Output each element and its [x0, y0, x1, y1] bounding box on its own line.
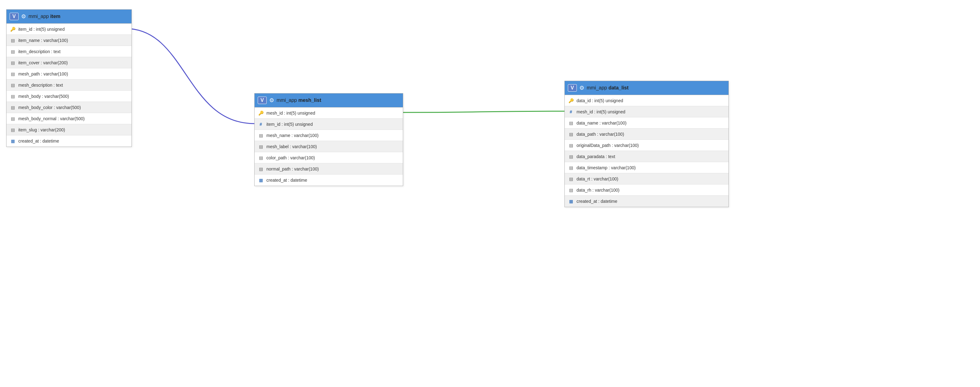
table-row: ▤ item_description : text [6, 46, 132, 57]
table-mesh-list-header: V ⚙ mmi_app mesh_list [255, 93, 403, 107]
table-row: ▤ mesh_body_normal : varchar(500) [6, 113, 132, 124]
field-icon: ▤ [568, 143, 574, 148]
gear-icon-mesh-list: ⚙ [269, 97, 274, 104]
table-data-list-rows: 🔑 data_id : int(5) unsigned # mesh_id : … [565, 95, 729, 207]
v-badge-mesh-list: V [258, 97, 267, 104]
table-mesh-list-title: mmi_app mesh_list [277, 98, 321, 103]
row-text: item_description : text [18, 49, 60, 54]
row-text: mesh_label : varchar(100) [266, 144, 317, 149]
row-text: mesh_id : int(5) unsigned [576, 109, 625, 114]
table-row: 🔑 item_id : int(5) unsigned [6, 24, 132, 35]
field-icon: ▤ [10, 127, 16, 132]
table-row: ▦ created_at : datetime [6, 136, 132, 147]
connection-item-to-mesh [126, 29, 254, 124]
hash-icon: # [568, 109, 574, 114]
row-text: item_slug : varchar(200) [18, 127, 65, 132]
table-row: ▤ normal_path : varchar(100) [255, 163, 403, 174]
row-text: originalData_path : varchar(100) [576, 143, 639, 148]
table-row: ▤ data_paradata : text [565, 151, 729, 162]
table-row: ▤ item_name : varchar(100) [6, 35, 132, 46]
field-icon: ▤ [568, 176, 574, 181]
field-icon: ▤ [568, 120, 574, 125]
field-icon: ▤ [10, 60, 16, 65]
table-item-title: mmi_app item [29, 14, 60, 19]
row-text: mesh_body_color : varchar(500) [18, 105, 81, 110]
field-icon: ▤ [258, 155, 264, 160]
field-icon: ▤ [10, 72, 16, 77]
row-text: item_name : varchar(100) [18, 38, 68, 43]
table-item: V ⚙ mmi_app item 🔑 item_id : int(5) unsi… [6, 9, 132, 147]
field-icon: ▤ [568, 154, 574, 159]
field-icon: ▤ [568, 132, 574, 137]
table-row: ▤ data_path : varchar(100) [565, 129, 729, 140]
row-text: data_id : int(5) unsigned [576, 98, 623, 103]
connections-svg [0, 0, 980, 387]
table-row: ▤ item_cover : varchar(200) [6, 57, 132, 68]
table-row: ▤ mesh_label : varchar(100) [255, 141, 403, 152]
table-row: ▤ originalData_path : varchar(100) [565, 140, 729, 151]
table-row: ▤ item_slug : varchar(200) [6, 124, 132, 136]
row-text: mesh_path : varchar(100) [18, 72, 68, 77]
table-row: ▤ mesh_body_color : varchar(500) [6, 102, 132, 113]
table-row: # item_id : int(5) unsigned [255, 118, 403, 130]
table-row: ▤ data_rh : varchar(100) [565, 184, 729, 196]
gear-icon-data-list: ⚙ [579, 85, 584, 91]
table-item-rows: 🔑 item_id : int(5) unsigned ▤ item_name … [6, 23, 132, 147]
table-row: ▤ mesh_body : varchar(500) [6, 91, 132, 102]
row-text: data_timestamp : varchar(100) [576, 165, 636, 170]
table-data-list: V ⚙ mmi_app data_list 🔑 data_id : int(5)… [565, 81, 729, 207]
row-text: item_id : int(5) unsigned [266, 122, 313, 127]
table-row: ▦ created_at : datetime [255, 174, 403, 186]
key-icon: 🔑 [258, 110, 264, 115]
row-text: created_at : datetime [266, 178, 307, 182]
row-text: item_cover : varchar(200) [18, 60, 68, 65]
field-icon: ▤ [10, 105, 16, 110]
row-text: data_rt : varchar(100) [576, 176, 618, 181]
table-data-list-title: mmi_app data_list [587, 85, 628, 91]
table-row: ▤ data_timestamp : varchar(100) [565, 162, 729, 173]
datetime-icon: ▦ [258, 178, 264, 182]
v-badge-data-list: V [568, 84, 577, 92]
row-text: mesh_name : varchar(100) [266, 133, 318, 138]
key-icon: 🔑 [10, 27, 16, 32]
field-icon: ▤ [10, 94, 16, 99]
v-badge-item: V [10, 13, 19, 20]
table-row: ▤ data_rt : varchar(100) [565, 173, 729, 184]
table-row: ▤ color_path : varchar(100) [255, 152, 403, 163]
row-text: item_id : int(5) unsigned [18, 27, 65, 32]
row-text: mesh_body_normal : varchar(500) [18, 116, 85, 121]
field-icon: ▤ [258, 166, 264, 171]
hash-icon: # [258, 122, 264, 127]
field-icon: ▤ [10, 49, 16, 54]
field-icon: ▤ [258, 133, 264, 138]
row-text: data_paradata : text [576, 154, 615, 159]
datetime-icon: ▦ [10, 139, 16, 144]
table-row: 🔑 data_id : int(5) unsigned [565, 95, 729, 106]
table-row: ▦ created_at : datetime [565, 196, 729, 207]
row-text: color_path : varchar(100) [266, 155, 315, 160]
field-icon: ▤ [10, 38, 16, 43]
field-icon: ▤ [10, 116, 16, 121]
table-mesh-list-rows: 🔑 mesh_id : int(5) unsigned # item_id : … [255, 107, 403, 186]
table-row: ▤ data_name : varchar(100) [565, 117, 729, 129]
table-row: ▤ mesh_path : varchar(100) [6, 68, 132, 80]
field-icon: ▤ [568, 165, 574, 170]
row-text: mesh_id : int(5) unsigned [266, 110, 315, 115]
table-item-header: V ⚙ mmi_app item [6, 10, 132, 23]
table-data-list-header: V ⚙ mmi_app data_list [565, 81, 729, 95]
row-text: data_path : varchar(100) [576, 132, 624, 137]
row-text: created_at : datetime [18, 139, 59, 144]
row-text: data_name : varchar(100) [576, 120, 627, 125]
table-row: ▤ mesh_description : text [6, 80, 132, 91]
field-icon: ▤ [258, 144, 264, 149]
field-icon: ▤ [10, 83, 16, 88]
datetime-icon: ▦ [568, 199, 574, 204]
row-text: normal_path : varchar(100) [266, 166, 319, 171]
key-icon: 🔑 [568, 98, 574, 103]
field-icon: ▤ [568, 188, 574, 193]
gear-icon-item: ⚙ [21, 13, 26, 20]
table-row: 🔑 mesh_id : int(5) unsigned [255, 107, 403, 118]
row-text: mesh_body : varchar(500) [18, 94, 69, 99]
connection-mesh-to-data [403, 111, 565, 112]
table-row: ▤ mesh_name : varchar(100) [255, 130, 403, 141]
